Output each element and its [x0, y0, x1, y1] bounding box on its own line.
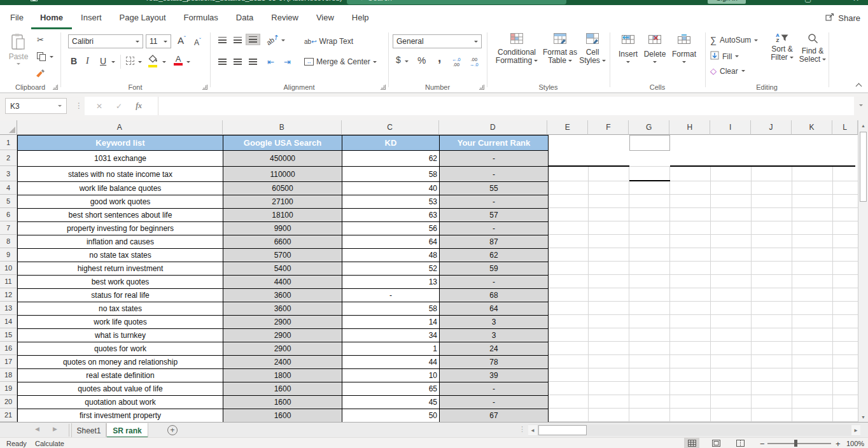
cell-A2[interactable]: 1031 exchange: [18, 151, 223, 167]
cell-B20[interactable]: 1600: [223, 396, 342, 409]
cell-D18[interactable]: 39: [440, 369, 549, 382]
cell-B18[interactable]: 1800: [223, 369, 342, 382]
name-box[interactable]: K3: [5, 98, 67, 114]
fill-color-caret[interactable]: [162, 61, 166, 63]
fill-color-icon[interactable]: [148, 55, 158, 67]
cell-B8[interactable]: 6600: [223, 235, 342, 249]
row-header-4[interactable]: 4: [0, 181, 17, 195]
cell-C7[interactable]: 56: [342, 222, 440, 235]
row-header-12[interactable]: 12: [0, 288, 17, 302]
sheet-tab-sheet1[interactable]: Sheet1: [71, 423, 106, 438]
row-header-18[interactable]: 18: [0, 368, 17, 382]
cell-C12[interactable]: -: [342, 289, 440, 302]
cell-B21[interactable]: 1600: [223, 409, 342, 423]
underline-icon[interactable]: U: [100, 56, 106, 66]
column-header-H[interactable]: H: [669, 120, 710, 135]
cell-D16[interactable]: 24: [440, 342, 549, 356]
cell-D10[interactable]: 59: [440, 262, 549, 276]
align-middle-icon[interactable]: [230, 34, 245, 46]
collapse-ribbon-icon[interactable]: [856, 83, 862, 90]
fill-button[interactable]: Fill: [710, 51, 739, 62]
column-header-I[interactable]: I: [710, 120, 751, 135]
row-header-14[interactable]: 14: [0, 315, 17, 328]
clear-button[interactable]: ◇ Clear: [710, 66, 745, 76]
autosum-button[interactable]: ∑ AutoSum: [710, 36, 758, 45]
percent-style-icon[interactable]: %: [417, 56, 426, 64]
insert-cells-button[interactable]: Insert: [616, 34, 640, 63]
ribbon-tab-file[interactable]: File: [3, 5, 31, 29]
cell-D2[interactable]: -: [440, 151, 549, 167]
cell-C2[interactable]: 62: [342, 151, 440, 167]
comma-style-icon[interactable]: ,: [438, 53, 441, 62]
row-header-8[interactable]: 8: [0, 235, 17, 248]
align-left-icon[interactable]: [215, 56, 230, 67]
cell-C8[interactable]: 64: [342, 235, 440, 249]
cell-C9[interactable]: 48: [342, 249, 440, 262]
format-cells-button[interactable]: Format: [669, 34, 699, 63]
status-calculate[interactable]: Calculate: [35, 440, 64, 447]
minimize-icon[interactable]: —: [759, 0, 766, 3]
cell-A7[interactable]: property investing for beginners: [18, 222, 223, 235]
cell-B1[interactable]: Google USA Search: [223, 136, 342, 151]
row-header-11[interactable]: 11: [0, 275, 17, 288]
cell-A19[interactable]: quotes about value of life: [18, 382, 223, 396]
cell-D15[interactable]: 3: [440, 329, 549, 342]
ribbon-tab-page-layout[interactable]: Page Layout: [111, 5, 175, 29]
clipboard-dialog-launcher[interactable]: [53, 85, 58, 90]
normal-view-icon[interactable]: [684, 438, 699, 448]
cell-D4[interactable]: 55: [440, 182, 549, 195]
column-header-E[interactable]: E: [547, 120, 588, 135]
number-format-combo[interactable]: General: [393, 34, 482, 48]
zoom-slider-thumb[interactable]: [794, 440, 797, 447]
increase-decimal-icon[interactable]: ←.0.00: [452, 57, 461, 67]
align-bottom-icon[interactable]: [246, 34, 260, 45]
cell-G1-outline[interactable]: [629, 135, 670, 151]
format-as-table-button[interactable]: Format as Table: [543, 33, 577, 65]
cell-A13[interactable]: no tax states: [18, 302, 223, 316]
font-name-combo[interactable]: Calibri: [68, 34, 143, 48]
accounting-caret[interactable]: [405, 60, 409, 62]
conditional-formatting-button[interactable]: Conditional Formatting: [492, 33, 542, 65]
cell-A11[interactable]: best work quotes: [18, 276, 223, 289]
font-color-caret[interactable]: [186, 61, 190, 63]
borders-caret[interactable]: [138, 61, 142, 63]
cell-A3[interactable]: states with no state income tax: [18, 167, 223, 182]
search-box[interactable]: Search: [347, 0, 566, 4]
restore-icon[interactable]: ▢: [804, 0, 811, 3]
shrink-font-icon[interactable]: Aˇ: [194, 37, 201, 47]
row-header-10[interactable]: 10: [0, 262, 17, 275]
cell-B13[interactable]: 3600: [223, 302, 342, 316]
merge-center-button[interactable]: ↔ Merge & Center: [304, 57, 377, 66]
cell-D21[interactable]: 67: [440, 409, 549, 423]
sign-in-button[interactable]: Sign in: [708, 0, 746, 4]
column-header-B[interactable]: B: [223, 120, 342, 135]
font-size-combo[interactable]: 11: [146, 34, 171, 48]
cell-B3[interactable]: 110000: [223, 167, 342, 182]
cell-styles-button[interactable]: Cell Styles: [578, 33, 606, 65]
formula-input[interactable]: [158, 97, 854, 115]
cell-B16[interactable]: 2900: [223, 342, 342, 356]
sheet-empty-cells-row3[interactable]: [548, 166, 858, 181]
page-break-view-icon[interactable]: [732, 438, 748, 448]
cell-D19[interactable]: -: [440, 382, 549, 396]
cell-A18[interactable]: real estate definition: [18, 369, 223, 382]
cell-D17[interactable]: 78: [440, 356, 549, 369]
font-color-icon[interactable]: A: [174, 55, 183, 66]
cell-A1[interactable]: Keyword list: [18, 136, 223, 151]
scroll-up-icon[interactable]: ▲: [858, 120, 868, 130]
cell-A6[interactable]: best short sentences about life: [18, 209, 223, 222]
cell-D6[interactable]: 57: [440, 209, 549, 222]
ribbon-tab-data[interactable]: Data: [227, 5, 262, 29]
zoom-slider-track[interactable]: [767, 443, 831, 444]
cell-C6[interactable]: 63: [342, 209, 440, 222]
cell-A16[interactable]: quotes for work: [18, 342, 223, 356]
cell-A4[interactable]: work life balance quotes: [18, 182, 223, 195]
sheet-nav-left-icon[interactable]: ◀: [35, 426, 39, 432]
save-icon[interactable]: [31, 0, 38, 3]
sheet-tab-sr-rank[interactable]: SR rank: [106, 423, 148, 438]
cell-A5[interactable]: good work quotes: [18, 195, 223, 209]
ribbon-tab-review[interactable]: Review: [262, 5, 307, 29]
column-header-F[interactable]: F: [588, 120, 629, 135]
cell-A10[interactable]: highest return investment: [18, 262, 223, 276]
page-layout-view-icon[interactable]: [708, 438, 724, 448]
